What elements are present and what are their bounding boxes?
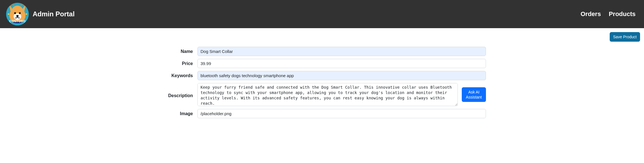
- keywords-input[interactable]: [197, 71, 486, 80]
- label-keywords: Keywords: [158, 73, 195, 78]
- label-image: Image: [158, 111, 195, 116]
- product-form: Name Price Keywords Description Ask AI A…: [158, 47, 486, 118]
- row-price: Price: [158, 59, 486, 68]
- row-image: Image: [158, 109, 486, 118]
- label-description: Description: [158, 83, 195, 98]
- brand-logo: CONTOSO: [6, 2, 29, 26]
- contoso-logo-icon: CONTOSO: [6, 2, 29, 26]
- nav-products[interactable]: Products: [609, 10, 636, 18]
- top-actions: Save Product: [4, 32, 640, 42]
- description-cell: Ask AI Assistant: [197, 83, 486, 106]
- price-input[interactable]: [197, 59, 486, 68]
- navbar-left: CONTOSO Admin Portal: [6, 2, 75, 26]
- navbar-right: Orders Products: [580, 10, 638, 18]
- svg-point-7: [26, 13, 27, 15]
- save-product-button[interactable]: Save Product: [610, 32, 640, 42]
- page-body: Save Product Name Price Keywords Descrip…: [0, 28, 644, 125]
- row-description: Description Ask AI Assistant: [158, 83, 486, 106]
- description-textarea[interactable]: [197, 83, 458, 106]
- ask-ai-assistant-button[interactable]: Ask AI Assistant: [462, 87, 486, 102]
- row-name: Name: [158, 47, 486, 56]
- label-price: Price: [158, 61, 195, 66]
- name-input[interactable]: [197, 47, 486, 56]
- image-input[interactable]: [197, 109, 486, 118]
- nav-orders[interactable]: Orders: [580, 10, 601, 18]
- label-name: Name: [158, 49, 195, 54]
- brand-title: Admin Portal: [33, 10, 75, 18]
- svg-text:CONTOSO: CONTOSO: [9, 19, 26, 23]
- svg-point-2: [14, 12, 16, 14]
- navbar: CONTOSO Admin Portal Orders Products: [0, 0, 644, 28]
- row-keywords: Keywords: [158, 71, 486, 80]
- svg-point-3: [19, 12, 21, 14]
- svg-point-6: [8, 13, 9, 15]
